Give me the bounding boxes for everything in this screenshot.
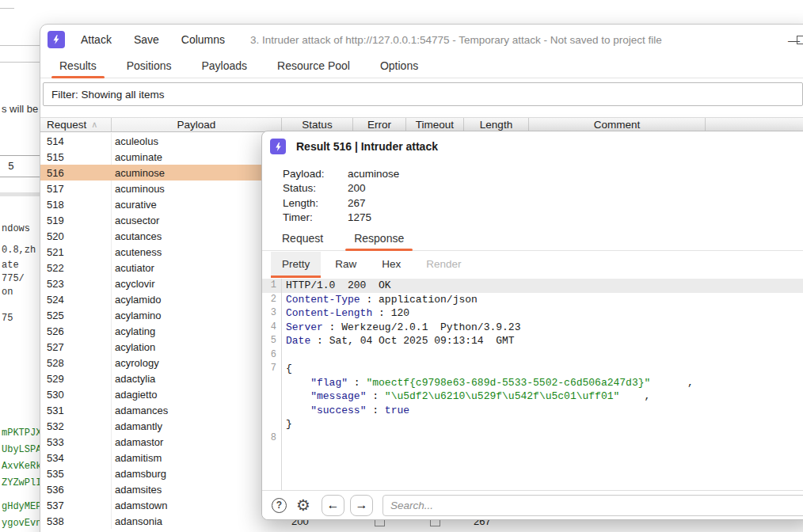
cell-payload: acylating <box>112 323 282 339</box>
tab-resource-pool[interactable]: Resource Pool <box>266 55 361 78</box>
code-segment-key: "flag" <box>310 377 348 389</box>
code-segment-plain: } <box>286 418 292 430</box>
line-number <box>262 376 276 390</box>
code-text <box>276 431 286 446</box>
view-tab-render[interactable]: Render <box>415 252 472 278</box>
popup-toolbar: ? ⚙ ← → <box>262 490 803 519</box>
search-next-button[interactable]: → <box>350 495 373 516</box>
tab-results[interactable]: Results <box>48 55 108 78</box>
cell-payload: acyrology <box>112 355 282 370</box>
code-text: { <box>276 362 292 376</box>
cell-request: 537 <box>40 497 112 513</box>
view-tab-hex[interactable]: Hex <box>371 252 412 278</box>
info-label: Length: <box>283 197 348 209</box>
search-input[interactable] <box>382 495 803 516</box>
line-number: 5 <box>262 334 276 348</box>
popup-title: Result 516 | Intruder attack <box>296 140 438 153</box>
column-header-length[interactable]: Length <box>464 118 529 131</box>
code-text: Content-Length : 120 <box>276 306 409 321</box>
line-number <box>262 404 276 418</box>
code-segment-plain: : <box>348 377 366 389</box>
background-window-edge <box>0 8 14 9</box>
code-segment-plain: HTTP/1.0 200 OK <box>286 279 391 291</box>
menu-columns[interactable]: Columns <box>170 33 236 46</box>
background-text-fragment: 775/ <box>2 273 25 284</box>
column-header-error[interactable]: Error <box>353 118 406 131</box>
code-line: 2Content-Type : application/json <box>262 293 803 307</box>
request-response-tabbar: RequestResponse <box>262 228 803 251</box>
cell-payload: adansonia <box>112 513 282 529</box>
code-line: "message" : "\u5df2\u6210\u529f\u542f\u5… <box>262 390 803 404</box>
column-label: Comment <box>594 119 641 131</box>
column-header-payload[interactable]: Payload <box>112 118 282 131</box>
column-header-status[interactable]: Status <box>282 118 353 131</box>
column-label: Status <box>302 119 332 131</box>
line-number: 2 <box>262 293 276 307</box>
code-line: 6 <box>262 348 803 363</box>
tab-request[interactable]: Request <box>271 228 334 250</box>
column-header-request[interactable]: Request∧ <box>40 118 112 131</box>
cell-payload: aculeolus <box>112 133 282 149</box>
window-titlebar: AttackSaveColumns 3. Intruder attack of … <box>40 25 803 55</box>
code-segment-key: Date <box>286 335 310 347</box>
line-number <box>262 390 276 404</box>
menu-save[interactable]: Save <box>123 33 170 46</box>
tab-payloads[interactable]: Payloads <box>191 55 259 78</box>
code-line: "success" : true <box>262 404 803 418</box>
info-label: Timer: <box>283 211 348 223</box>
code-segment-plain <box>286 377 310 389</box>
column-header-timeout[interactable]: Timeout <box>406 118 464 131</box>
maximize-button[interactable] <box>797 36 803 44</box>
background-text-fragment: 75 <box>2 313 13 324</box>
column-header-spacer[interactable] <box>706 118 803 131</box>
code-segment-plain: : <box>372 307 390 319</box>
code-segment-string: "moectf{c9798e63-689d-5533-5502-c6d506a2… <box>366 377 650 389</box>
background-text-fragment: ygovEvn <box>2 518 41 529</box>
code-line: 4Server : Werkzeug/2.0.1 Python/3.9.23 <box>262 321 803 335</box>
cell-payload: acylamino <box>112 307 282 323</box>
cell-payload: adamastor <box>112 434 282 450</box>
cell-payload: adamances <box>112 402 282 418</box>
response-editor[interactable]: 1HTTP/1.0 200 OK2Content-Type : applicat… <box>262 279 803 490</box>
help-icon[interactable]: ? <box>272 498 287 513</box>
cell-request: 528 <box>40 355 112 370</box>
popup-titlebar: Result 516 | Intruder attack <box>262 131 803 162</box>
cell-request: 538 <box>40 513 112 529</box>
burp-intruder-icon <box>270 139 286 154</box>
tab-options[interactable]: Options <box>369 55 429 78</box>
background-text-fragment: 0.8,zh <box>2 245 36 256</box>
code-text: "success" : true <box>276 404 409 418</box>
code-text: "message" : "\u5df2\u6210\u529f\u542f\u5… <box>276 390 650 404</box>
background-window-edge <box>0 45 40 46</box>
code-text: Server : Werkzeug/2.0.1 Python/3.9.23 <box>276 321 520 335</box>
code-text: Date : Sat, 04 Oct 2025 09:13:14 GMT <box>276 334 515 348</box>
result-info: Payload:acuminoseStatus:200Length:267Tim… <box>283 166 399 225</box>
sort-ascending-icon: ∧ <box>91 120 97 130</box>
cell-payload: acuteness <box>112 244 282 260</box>
tab-positions[interactable]: Positions <box>116 55 183 78</box>
view-tab-pretty[interactable]: Pretty <box>271 252 321 278</box>
view-tab-raw[interactable]: Raw <box>324 252 367 278</box>
info-label: Status: <box>283 182 348 194</box>
info-value: 200 <box>348 182 366 194</box>
column-header-comment[interactable]: Comment <box>529 118 706 131</box>
code-segment-key: Content-Length <box>286 307 372 319</box>
cell-request: 534 <box>40 450 112 466</box>
tab-response[interactable]: Response <box>343 228 415 250</box>
search-previous-button[interactable]: ← <box>322 495 344 516</box>
cell-request: 523 <box>40 276 112 291</box>
settings-gear-icon[interactable]: ⚙ <box>296 498 310 513</box>
cell-payload: acutiator <box>112 260 282 276</box>
background-text-fragment: s will be <box>2 103 38 115</box>
code-segment-plain: Werkzeug/2.0.1 Python/3.9.23 <box>341 321 520 333</box>
code-segment-plain: : <box>366 390 384 402</box>
code-segment-plain: 120 <box>391 307 409 319</box>
code-segment-plain <box>286 405 310 416</box>
menu-attack[interactable]: Attack <box>70 33 123 46</box>
filter-bar[interactable]: Filter: Showing all items <box>43 82 803 106</box>
result-516-window: Result 516 | Intruder attack Payload:acu… <box>261 131 803 520</box>
cell-payload: acusector <box>112 212 282 228</box>
cell-request: 532 <box>40 418 112 434</box>
cell-request: 518 <box>40 196 112 212</box>
cell-payload: adagietto <box>112 386 282 402</box>
